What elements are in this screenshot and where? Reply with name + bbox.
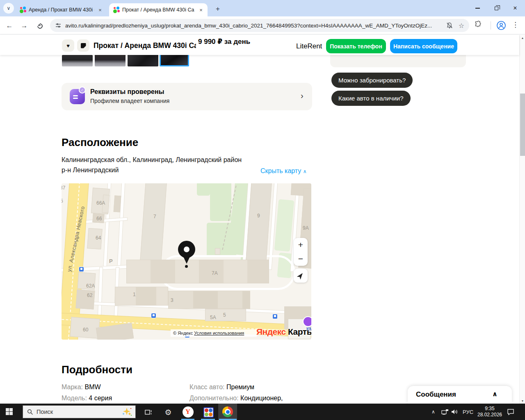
favorite-button[interactable]: ♥ <box>62 39 74 52</box>
map-building-label: 62А <box>86 283 95 289</box>
yandex-browser-icon[interactable]: Y <box>182 406 194 417</box>
map-terms-link[interactable]: Условия использования <box>194 331 244 336</box>
action-center-icon[interactable] <box>507 404 514 420</box>
map-zoom-control: + − <box>294 238 308 266</box>
address-line-2: р-н Ленинградский <box>62 167 119 174</box>
messages-title: Сообщения <box>416 390 456 399</box>
task-view-button[interactable] <box>143 407 154 418</box>
note-button[interactable] <box>77 39 89 52</box>
new-tab-button[interactable]: + <box>212 4 223 14</box>
zoom-out-button[interactable]: − <box>294 252 308 266</box>
volume-icon[interactable] <box>451 404 459 420</box>
bookmark-star-icon[interactable]: ☆ <box>459 22 464 30</box>
network-icon[interactable] <box>441 404 449 420</box>
check-badge-icon: ✓ <box>79 87 86 94</box>
chevron-up-icon[interactable]: ∧ <box>492 390 498 398</box>
reload-button[interactable] <box>34 21 45 31</box>
quick-question-1[interactable]: Можно забронировать? <box>331 73 413 88</box>
show-phone-button[interactable]: Показать телефон <box>326 39 386 53</box>
yandex-maps-logo[interactable]: Яндекс Карты <box>256 327 311 337</box>
yandex-map[interactable]: ул. Александра Невского 37 5 66А 66 64 6… <box>62 183 311 340</box>
verified-title: Реквизиты проверены <box>90 88 164 96</box>
tab-1-close-icon[interactable]: × <box>97 7 103 13</box>
chevron-right-icon: › <box>301 91 304 100</box>
extensions-icon[interactable] <box>474 21 482 28</box>
map-green-area <box>274 199 294 252</box>
map-green-area <box>210 183 231 221</box>
scrollbar-thumb[interactable] <box>520 94 525 156</box>
map-building-label: 66 <box>96 216 102 221</box>
detail-model: Модель: 4 серия <box>62 395 112 402</box>
taskbar-clock[interactable]: 9:35 28.02.2026 <box>477 406 502 418</box>
map-building-label: 9А <box>303 225 309 231</box>
map-building-label: 66А <box>96 200 105 206</box>
navigation-arrow-icon <box>296 271 305 280</box>
map-building <box>115 287 168 306</box>
hide-map-link[interactable]: Скрыть карту ∧ <box>260 167 307 175</box>
tab-2-active[interactable]: Прокат / Аренда BMW 430i Ca × <box>109 3 208 16</box>
tab-1[interactable]: Аренда / Прокат BMW 430i ca × <box>16 3 107 16</box>
messages-panel[interactable]: Сообщения ∧ <box>408 386 512 404</box>
tab-search-icon[interactable]: ∨ <box>3 3 14 14</box>
location-pin-dot <box>185 265 188 268</box>
search-placeholder: Поиск <box>37 409 53 415</box>
scroll-up-arrow[interactable]: ▲ <box>520 35 525 41</box>
map-building-label: 62 <box>87 292 92 298</box>
note-icon <box>81 43 86 48</box>
verified-subtitle: Профилем владеет компания <box>90 98 169 104</box>
map-building-label: 1 <box>133 292 136 297</box>
location-heading: Расположение <box>62 136 138 149</box>
start-button[interactable] <box>6 408 13 415</box>
detail-class: Класс авто: Премиум <box>189 383 254 391</box>
map-green-area <box>197 183 210 196</box>
window-minimize-button[interactable] <box>468 0 486 16</box>
map-building-label: 37 <box>62 185 65 191</box>
location-pin-tail <box>183 257 190 264</box>
verified-document-icon: ✓ <box>70 89 85 104</box>
tray-chevron-icon[interactable]: ∧ <box>431 404 435 420</box>
chrome-icon <box>222 406 233 417</box>
map-building <box>114 195 121 212</box>
clock-time: 9:35 <box>477 406 502 412</box>
write-message-button[interactable]: Написать сообщение <box>390 39 457 53</box>
quick-question-2[interactable]: Какие авто в наличии? <box>331 91 411 106</box>
window-restore-button[interactable] <box>487 0 505 16</box>
tab-2-close-icon[interactable]: × <box>198 7 204 13</box>
chrome-taskbar-button[interactable] <box>218 404 237 420</box>
back-button[interactable]: ← <box>4 21 15 31</box>
browser-menu-icon[interactable]: ⋮ <box>512 21 519 29</box>
colored-dots-app-icon[interactable] <box>203 407 214 418</box>
location-pin-icon <box>178 241 195 258</box>
map-building-7a <box>126 260 269 283</box>
geolocation-button[interactable] <box>294 269 308 283</box>
map-building-label: 5 <box>62 198 63 204</box>
window-close-button[interactable]: × <box>506 0 524 16</box>
photo-thumbnail-1[interactable] <box>62 55 93 66</box>
profile-avatar[interactable] <box>496 21 506 30</box>
caret-up-icon: ∧ <box>303 169 307 174</box>
clock-date: 28.02.2026 <box>477 412 502 418</box>
notifications-blocked-icon[interactable] <box>446 22 453 29</box>
photo-thumbnail-2[interactable] <box>95 53 126 66</box>
verified-credentials-card[interactable]: ✓ Реквизиты проверены Профилем владеет к… <box>62 83 312 110</box>
detail-extra: Дополнительно: Кондиционер, <box>189 395 283 402</box>
tab-2-title: Прокат / Аренда BMW 430i Ca <box>122 7 195 13</box>
detail-brand: Марка: BMW <box>62 383 101 391</box>
zoom-in-button[interactable]: + <box>294 238 308 252</box>
tram-stop-icon <box>79 267 84 272</box>
avito-favicon <box>20 7 26 13</box>
forward-button[interactable]: → <box>19 21 30 31</box>
address-bar[interactable]: avito.ru/kaliningrad/predlozheniya_uslug… <box>50 19 469 32</box>
taskbar-search-box[interactable]: Поиск <box>23 405 136 418</box>
site-info-icon[interactable] <box>55 23 61 28</box>
page-scrollbar[interactable]: ▲ ▼ <box>519 35 525 404</box>
settings-gear-icon[interactable]: ⚙ <box>162 407 174 418</box>
map-building <box>215 248 220 255</box>
scroll-down-arrow[interactable]: ▼ <box>520 398 525 404</box>
language-indicator[interactable]: РУС <box>463 404 473 420</box>
map-building-label: 60 <box>83 327 88 333</box>
toolbar-divider <box>491 21 491 30</box>
tram-stop-icon <box>151 313 156 318</box>
url-text: avito.ru/kaliningrad/predlozheniya_uslug… <box>65 23 446 29</box>
map-building-label: 9 <box>257 213 260 219</box>
